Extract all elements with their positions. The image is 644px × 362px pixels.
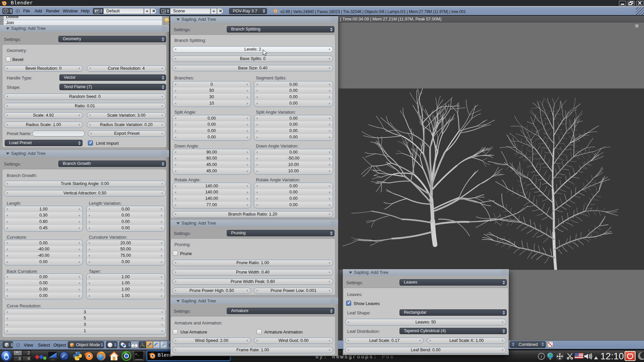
svg-text:i: i xyxy=(541,354,542,359)
svg-text:>_: >_ xyxy=(135,352,139,356)
